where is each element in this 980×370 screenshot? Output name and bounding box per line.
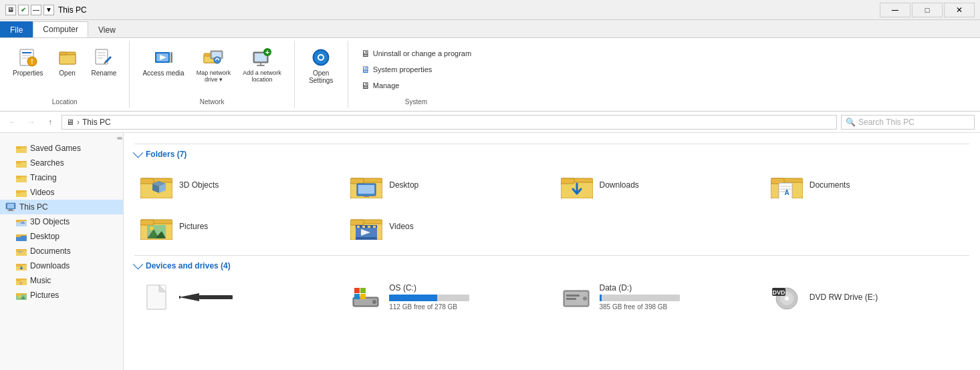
- minimize-button[interactable]: ─: [880, 3, 910, 17]
- sidebar-item-this-pc[interactable]: This PC: [0, 200, 123, 214]
- uninstall-label: Uninstall or change a program: [373, 49, 471, 57]
- svg-point-101: [150, 226, 154, 230]
- os-c-bar-container: [389, 295, 469, 301]
- data-d-bar: [600, 295, 602, 301]
- svg-rect-99: [140, 220, 154, 225]
- svg-rect-132: [566, 298, 576, 300]
- maximize-button[interactable]: □: [912, 3, 943, 17]
- sidebar-item-downloads[interactable]: Downloads: [0, 258, 123, 273]
- drive-item-os-c[interactable]: OS (C:) 112 GB free of 278 GB: [344, 279, 549, 315]
- tab-computer[interactable]: Computer: [33, 21, 88, 37]
- map-network-drive-button[interactable]: Map networkdrive ▾: [192, 43, 236, 86]
- sidebar-item-pictures[interactable]: Pictures: [0, 288, 123, 303]
- blank-drive-icon: [140, 284, 172, 311]
- folder-item-desktop[interactable]: Desktop: [344, 167, 549, 203]
- svg-rect-39: [16, 161, 21, 164]
- map-network-drive-icon: [203, 47, 224, 68]
- svg-rect-120: [179, 296, 180, 299]
- tab-view[interactable]: View: [88, 21, 126, 37]
- downloads-sidebar-icon: [16, 260, 27, 271]
- properties-button[interactable]: ! Properties: [8, 43, 48, 80]
- dash-icon[interactable]: —: [31, 5, 41, 15]
- svg-rect-126: [354, 294, 360, 299]
- manage-icon: 🖥: [361, 80, 370, 91]
- folder-item-downloads[interactable]: Downloads: [555, 167, 759, 203]
- folder-item-3d-objects[interactable]: 3D Objects: [134, 167, 339, 203]
- folder-icon-videos: [350, 213, 382, 240]
- sidebar-item-saved-games[interactable]: Saved Games: [0, 141, 123, 156]
- access-media-button[interactable]: Access media: [138, 43, 189, 80]
- drive-item-blank[interactable]: [134, 279, 339, 315]
- svg-text:♫: ♫: [19, 281, 22, 285]
- sidebar-item-videos-user[interactable]: Videos: [0, 185, 123, 200]
- customize-icon[interactable]: ▼: [43, 5, 54, 15]
- videos-user-label: Videos: [30, 188, 54, 197]
- folder-item-documents[interactable]: A Documents: [765, 167, 969, 203]
- saved-games-icon: [16, 143, 27, 154]
- svg-rect-16: [170, 52, 172, 63]
- svg-point-135: [785, 297, 789, 301]
- close-button[interactable]: ✕: [944, 3, 975, 17]
- svg-rect-60: [18, 251, 23, 252]
- svg-rect-52: [16, 220, 21, 222]
- sidebar-item-tracing[interactable]: Tracing: [0, 170, 123, 185]
- svg-point-130: [583, 297, 587, 301]
- data-d-bar-container: [600, 295, 680, 301]
- folders-header-text: Folders (7): [146, 150, 187, 159]
- main-layout: Saved Games Searches Tracing Videos: [0, 133, 980, 370]
- system-properties-button[interactable]: 🖥 System properties: [356, 62, 476, 77]
- folder-icon-3d-objects: [140, 172, 172, 198]
- content-area: Folders (7) 3D Objects: [124, 133, 980, 370]
- folder-item-pictures[interactable]: Pictures: [134, 208, 339, 244]
- search-box[interactable]: 🔍 Search This PC: [841, 115, 975, 130]
- tab-file[interactable]: File: [0, 21, 33, 37]
- up-button[interactable]: ↑: [43, 115, 57, 130]
- folder-name-pictures: Pictures: [179, 222, 208, 231]
- sidebar-item-searches[interactable]: Searches: [0, 156, 123, 170]
- svg-rect-124: [354, 288, 360, 293]
- data-d-drive-icon: [561, 284, 593, 311]
- uninstall-button[interactable]: 🖥 Uninstall or change a program: [356, 46, 476, 61]
- search-icon: 🔍: [846, 118, 856, 127]
- dvd-e-drive-icon: DVD: [771, 284, 803, 311]
- forward-button[interactable]: →: [24, 115, 39, 130]
- svg-rect-109: [356, 237, 377, 240]
- open-settings-button[interactable]: OpenSettings: [304, 43, 338, 87]
- open-button[interactable]: Open: [51, 43, 84, 80]
- svg-text:+: +: [265, 48, 269, 56]
- 3d-objects-sidebar-icon: [16, 216, 27, 227]
- add-network-location-button[interactable]: + Add a networklocation: [238, 43, 286, 86]
- map-network-drive-label: Map networkdrive ▾: [197, 69, 231, 83]
- ribbon: File Computer View !: [0, 20, 980, 112]
- folder-item-videos[interactable]: Videos: [344, 208, 549, 244]
- sidebar-item-music[interactable]: ♫ Music: [0, 273, 123, 288]
- folder-name-videos: Videos: [389, 222, 413, 231]
- address-path[interactable]: 🖥 › This PC: [62, 115, 837, 130]
- svg-rect-10: [98, 52, 106, 53]
- location-label: Location: [52, 96, 78, 106]
- sidebar-item-3d-objects[interactable]: 3D Objects: [0, 214, 123, 229]
- this-pc-label: This PC: [19, 202, 48, 212]
- rename-button[interactable]: Rename: [87, 43, 122, 80]
- sidebar-item-documents[interactable]: Documents: [0, 244, 123, 258]
- sidebar-item-desktop[interactable]: Desktop: [0, 229, 123, 244]
- pictures-sidebar-label: Pictures: [30, 291, 59, 300]
- manage-button[interactable]: 🖥 Manage: [356, 78, 476, 93]
- quick-access-icon[interactable]: 🖥: [5, 5, 16, 15]
- drive-item-dvd-e[interactable]: DVD DVD RW Drive (E:): [765, 279, 969, 315]
- ribbon-content: ! Properties Open: [0, 37, 980, 111]
- os-c-bar: [389, 295, 437, 301]
- back-button[interactable]: ←: [5, 115, 20, 130]
- system-label: System: [405, 96, 427, 106]
- drive-item-data-d[interactable]: Data (D:) 385 GB free of 398 GB: [555, 279, 759, 315]
- system-buttons: 🖥 Uninstall or change a program 🖥 System…: [356, 43, 476, 93]
- svg-rect-2: [22, 55, 31, 56]
- svg-rect-12: [98, 57, 103, 59]
- svg-point-123: [372, 300, 376, 304]
- access-media-icon: [153, 47, 174, 68]
- svg-rect-118: [199, 295, 233, 299]
- checkmark-icon[interactable]: ✔: [18, 5, 29, 15]
- open-settings-icon: [310, 47, 332, 68]
- system-properties-label: System properties: [373, 65, 433, 73]
- svg-rect-131: [566, 295, 580, 297]
